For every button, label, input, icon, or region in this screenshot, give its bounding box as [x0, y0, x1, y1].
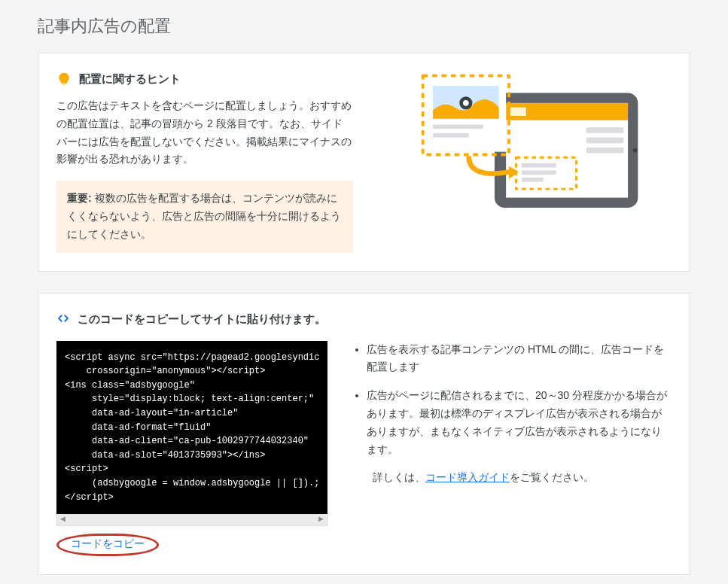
lightbulb-icon: [56, 71, 72, 87]
list-item: 広告がページに配信されるまでに、20～30 分程度かかる場合があります。最初は標…: [367, 387, 672, 458]
detail-prefix: 詳しくは、: [373, 471, 425, 483]
svg-point-16: [463, 100, 469, 106]
svg-rect-9: [522, 170, 556, 175]
svg-rect-8: [522, 163, 556, 168]
svg-rect-3: [510, 108, 526, 116]
code-guide-link[interactable]: コード導入ガイド: [425, 471, 510, 483]
svg-rect-10: [522, 178, 544, 182]
horizontal-scrollbar[interactable]: [56, 514, 327, 526]
code-brackets-icon: [56, 312, 70, 327]
detail-suffix: をご覧ください。: [510, 471, 594, 483]
list-item: 広告を表示する記事コンテンツの HTML の間に、広告コードを配置します: [367, 341, 672, 377]
code-header-title: このコードをコピーしてサイトに貼り付けます。: [78, 312, 326, 327]
page-title: 記事内広告の配置: [38, 15, 690, 38]
svg-rect-6: [586, 148, 624, 154]
svg-rect-18: [433, 133, 469, 138]
notice-body: 複数の広告を配置する場合は、コンテンツが読みにくくならないよう、広告と広告の間隔…: [67, 192, 341, 240]
svg-point-11: [633, 148, 638, 153]
hint-header-title: 配置に関するヒント: [79, 72, 181, 87]
svg-rect-17: [433, 124, 483, 129]
svg-rect-4: [586, 127, 624, 133]
svg-rect-5: [586, 138, 624, 144]
placement-hint-card: 配置に関するヒント この広告はテキストを含むページに配置しましょう。おすすめの配…: [38, 53, 690, 272]
instructions-list: 広告を表示する記事コンテンツの HTML の間に、広告コードを配置します 広告が…: [353, 341, 672, 459]
notice-label: 重要:: [67, 192, 92, 204]
important-notice: 重要: 複数の広告を配置する場合は、コンテンツが読みにくくならないよう、広告と広…: [56, 181, 353, 252]
hint-body-text: この広告はテキストを含むページに配置しましょう。おすすめの配置位置は、記事の冒頭…: [56, 97, 353, 169]
code-snippet-box[interactable]: <script async src="https://pagead2.googl…: [56, 341, 327, 515]
placement-illustration-icon: [395, 71, 651, 222]
copy-highlight-ellipse: コードをコピー: [56, 534, 159, 556]
detail-line: 詳しくは、コード導入ガイドをご覧ください。: [353, 469, 672, 487]
code-card: このコードをコピーしてサイトに貼り付けます。 <script async src…: [38, 293, 690, 576]
copy-code-link[interactable]: コードをコピー: [71, 537, 145, 549]
